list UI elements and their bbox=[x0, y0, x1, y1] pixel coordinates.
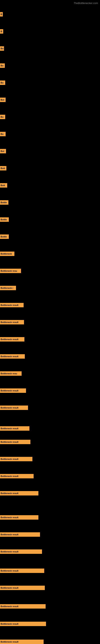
bar-row: Bottleneck resu bbox=[0, 269, 21, 273]
bar-label: Bottleneck r bbox=[0, 286, 16, 290]
bar-label: Bottle bbox=[0, 200, 8, 205]
bar-row: Bottleneck result bbox=[0, 388, 26, 393]
bar-label: Bottleneck result bbox=[0, 337, 24, 342]
bar-label: Bottleneck result bbox=[0, 491, 38, 496]
bar-row: Bo bbox=[0, 132, 6, 136]
bar-row: Bott bbox=[0, 166, 6, 170]
bar-label: Bottleneck result bbox=[0, 550, 42, 554]
bar-row: Bottleneck result bbox=[0, 457, 32, 461]
bar-row: Bottleneck result bbox=[0, 320, 24, 324]
bar-label: B bbox=[0, 12, 3, 16]
bar-row: Bottleneck result bbox=[0, 440, 30, 444]
bar-row: Bot bbox=[0, 98, 6, 102]
bar-label: Bottleneck resu bbox=[0, 269, 21, 273]
bar-row: Bottleneck result bbox=[0, 622, 46, 626]
bar-label: Bottleneck result bbox=[0, 303, 24, 307]
bar-row: Bottleneck result bbox=[0, 515, 38, 520]
bar-label: Bottleneck result bbox=[0, 440, 30, 444]
bar-label: Bottleneck result bbox=[0, 532, 40, 537]
bar-label: Bottleneck result bbox=[0, 622, 46, 626]
bar-row: Bottleneck result bbox=[0, 474, 34, 478]
bar-row: Bot bbox=[0, 149, 6, 153]
bar-label: Bottleneck result bbox=[0, 354, 25, 359]
bar-row: Bottleneck result bbox=[0, 604, 46, 608]
bar-label: Bottleneck result bbox=[0, 474, 34, 478]
bar-row: Bott bbox=[0, 183, 7, 188]
bar-row: Bo bbox=[0, 46, 4, 51]
bar-row: B bbox=[0, 12, 3, 16]
bar-row: Bo bbox=[0, 80, 5, 85]
site-title: TheBottlenecker.com bbox=[74, 2, 98, 5]
bar-row: Bottleneck result bbox=[0, 337, 24, 342]
bar-row: Bottleneck result bbox=[0, 532, 40, 537]
bar-label: Bo bbox=[0, 115, 5, 119]
bar-label: Bottleneck resu bbox=[0, 371, 22, 376]
bar-label: B bbox=[0, 29, 3, 34]
bar-row: Bo bbox=[0, 64, 5, 68]
bar-label: Bottle bbox=[0, 217, 9, 222]
bar-label: Bottleneck result bbox=[0, 568, 44, 573]
bar-label: Bottleneck result bbox=[0, 457, 32, 461]
bar-label: Bo bbox=[0, 132, 6, 136]
bar-label: Bottleneck result bbox=[0, 320, 24, 324]
bar-row: Bottleneck r bbox=[0, 286, 16, 290]
bar-label: Bottleneck result bbox=[0, 426, 29, 431]
bar-row: Bo bbox=[0, 115, 5, 119]
bar-label: Bot bbox=[0, 149, 6, 153]
bar-row: B bbox=[0, 29, 3, 34]
bar-row: Bottle bbox=[0, 217, 9, 222]
bar-label: Bott bbox=[0, 166, 6, 170]
bar-row: Bottleneck result bbox=[0, 491, 38, 496]
bar-row: Bottleneck result bbox=[0, 406, 28, 410]
bar-row: Bottleneck result bbox=[0, 354, 25, 359]
bar-label: Bottleneck result bbox=[0, 406, 28, 410]
bar-label: Bottleneck result bbox=[0, 388, 26, 393]
bar-row: Bottleneck result bbox=[0, 550, 42, 554]
bar-label: Bottleneck result bbox=[0, 586, 45, 590]
bar-label: Bo bbox=[0, 64, 5, 68]
bar-row: Bottleneck result bbox=[0, 568, 44, 573]
bar-row: Bottleneck result bbox=[0, 426, 29, 431]
bar-row: Bottle bbox=[0, 234, 9, 239]
bar-label: Bo bbox=[0, 80, 5, 85]
bar-label: Bo bbox=[0, 46, 4, 51]
bar-label: Bottleneck result bbox=[0, 640, 44, 644]
bar-label: Bottleneck result bbox=[0, 515, 38, 520]
bar-row: Bottleneck result bbox=[0, 586, 45, 590]
bar-label: Bottleneck result bbox=[0, 604, 46, 608]
bar-label: Bott bbox=[0, 183, 7, 188]
bar-label: Bottleneck bbox=[0, 252, 14, 256]
bar-row: Bottleneck bbox=[0, 252, 14, 256]
bar-row: Bottleneck result bbox=[0, 640, 44, 644]
bar-label: Bottle bbox=[0, 234, 9, 239]
bar-label: Bot bbox=[0, 98, 6, 102]
bar-row: Bottle bbox=[0, 200, 8, 205]
bar-row: Bottleneck result bbox=[0, 303, 24, 307]
bar-row: Bottleneck resu bbox=[0, 371, 22, 376]
bars-container: BBBoBoBoBotBoBoBotBottBottBottleBottleBo… bbox=[0, 6, 100, 644]
